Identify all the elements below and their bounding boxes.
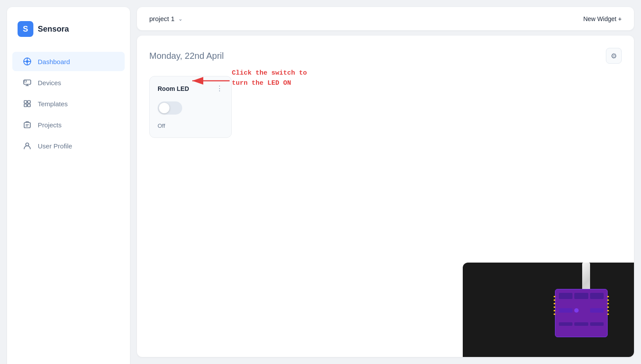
annotation-line1: Click the switch to xyxy=(232,68,307,79)
app-logo-icon: S xyxy=(18,21,33,37)
new-widget-label: New Widget + xyxy=(583,15,622,22)
sidebar-item-label-projects: Projects xyxy=(38,121,61,129)
chevron-down-icon: ⌄ xyxy=(178,16,183,22)
circuit-board xyxy=(555,289,608,337)
svg-point-1 xyxy=(26,60,29,63)
sidebar-item-label-user-profile: User Profile xyxy=(38,142,72,150)
svg-rect-10 xyxy=(24,101,27,103)
svg-rect-11 xyxy=(28,101,30,103)
project-selector[interactable]: project 1 ⌄ xyxy=(149,15,183,22)
settings-button[interactable]: ⚙ xyxy=(606,48,622,64)
projects-icon xyxy=(23,120,32,129)
sidebar-item-label-devices: Devices xyxy=(38,79,61,86)
led-toggle-switch[interactable] xyxy=(158,101,182,115)
widget-title: Room LED xyxy=(158,85,189,92)
widget-status: Off xyxy=(158,123,165,129)
dashboard-date: Monday, 22nd April xyxy=(149,51,224,61)
toggle-container xyxy=(158,101,223,115)
sidebar-item-templates[interactable]: Templates xyxy=(12,94,125,113)
annotation-area: Click the switch to turn the LED ON xyxy=(232,68,307,88)
svg-rect-14 xyxy=(24,123,30,128)
logo-area: S Sensora xyxy=(7,18,130,51)
topbar: project 1 ⌄ New Widget + xyxy=(137,7,634,30)
toggle-track xyxy=(158,101,182,115)
dashboard-icon xyxy=(23,57,32,66)
main-content: project 1 ⌄ New Widget + Monday, 22nd Ap… xyxy=(130,0,641,364)
devices-icon xyxy=(23,78,32,87)
widget-header: Room LED ⋮ xyxy=(158,84,223,93)
sidebar-item-devices[interactable]: Devices xyxy=(12,73,125,92)
annotation-text: Click the switch to turn the LED ON xyxy=(232,68,307,88)
new-widget-button[interactable]: New Widget + xyxy=(583,15,622,22)
widget-menu-button[interactable]: ⋮ xyxy=(216,84,223,93)
project-name: project 1 xyxy=(149,15,175,22)
sidebar-item-projects[interactable]: Projects xyxy=(12,115,125,134)
sidebar-item-user-profile[interactable]: User Profile xyxy=(12,136,125,155)
dashboard-header: Monday, 22nd April ⚙ xyxy=(149,48,622,64)
video-thumbnail xyxy=(463,263,634,357)
svg-rect-13 xyxy=(28,104,30,107)
dashboard-area: Monday, 22nd April ⚙ Room LED ⋮ Off xyxy=(137,36,634,357)
sidebar-item-dashboard[interactable]: Dashboard xyxy=(12,52,125,71)
widget-card-room-led: Room LED ⋮ Off xyxy=(149,76,232,138)
templates-icon xyxy=(23,99,32,108)
svg-rect-12 xyxy=(24,104,27,107)
sidebar: S Sensora Dashboard Devices xyxy=(7,7,130,364)
toggle-thumb xyxy=(159,103,169,113)
sidebar-item-label-templates: Templates xyxy=(38,100,68,108)
logo-letter: S xyxy=(23,25,28,34)
sidebar-item-label-dashboard: Dashboard xyxy=(38,58,70,65)
user-icon xyxy=(23,141,32,150)
annotation-line2: turn the LED ON xyxy=(232,79,307,89)
app-name: Sensora xyxy=(38,25,69,34)
gear-icon: ⚙ xyxy=(611,52,617,60)
svg-rect-7 xyxy=(24,80,26,82)
